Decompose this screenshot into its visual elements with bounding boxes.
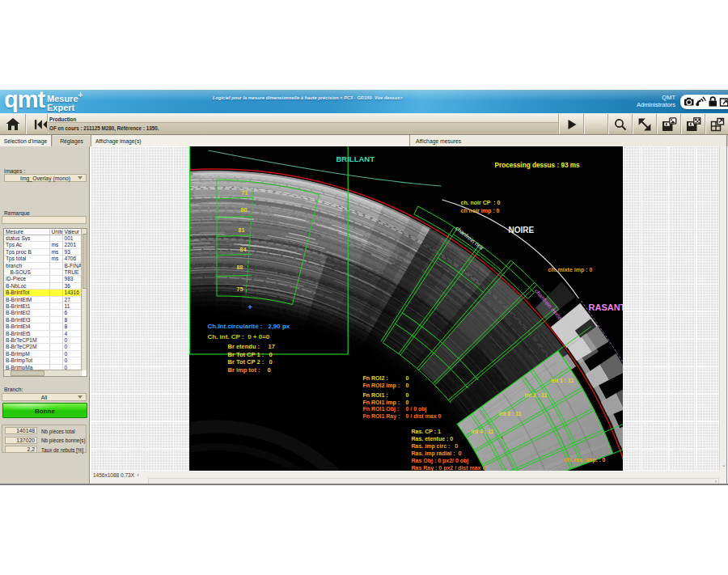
svg-text:Fn ROI1 Ray :: Fn ROI1 Ray : <box>362 413 400 420</box>
svg-text:Br etendu : 17: Br etendu : 17 <box>227 343 274 350</box>
svg-text:71: 71 <box>241 190 248 196</box>
svg-text:ch. noir CP : 0: ch. noir CP : 0 <box>460 200 500 205</box>
svg-text:0: 0 <box>405 400 408 405</box>
svg-text:Ch.Int.circularité : 2,90 px: Ch.Int.circularité : 2,90 px <box>207 323 290 330</box>
svg-text:Ras. imp circ : 0: Ras. imp circ : 0 <box>411 443 458 450</box>
svg-text:75: 75 <box>236 286 243 292</box>
svg-text:RASANT: RASANT <box>588 302 623 312</box>
svg-text:int 1 : 11: int 1 : 11 <box>551 378 574 383</box>
svg-text:Br Tot CP 1 : 0: Br Tot CP 1 : 0 <box>227 351 272 358</box>
svg-text:81: 81 <box>238 227 244 233</box>
svg-text:Fn ROI1 :: Fn ROI1 : <box>362 392 387 398</box>
svg-text:Ras Ray : 0 px2 / dist max 0: Ras Ray : 0 px2 / dist max 0 <box>411 465 485 471</box>
svg-text:ch. ras. imp. : 0: ch. ras. imp. : 0 <box>564 457 605 463</box>
svg-text:BRILLANT: BRILLANT <box>336 154 375 163</box>
svg-text:88: 88 <box>236 264 243 270</box>
svg-text:int 2 : 11: int 2 : 11 <box>524 392 547 398</box>
svg-text:Fn ROI1 imp :: Fn ROI1 imp : <box>362 400 400 406</box>
svg-text:80: 80 <box>240 207 247 213</box>
svg-text:ch. mixte imp : 0: ch. mixte imp : 0 <box>548 267 592 273</box>
svg-text:int 4 : 11: int 4 : 11 <box>471 429 493 434</box>
svg-text:int 3 : 11: int 3 : 11 <box>498 411 521 416</box>
svg-text:NOIRE: NOIRE <box>508 226 534 235</box>
svg-text:Ras. etentue : 0: Ras. etentue : 0 <box>411 436 453 442</box>
svg-text:Br Tot CP 2 : 0: Br Tot CP 2 : 0 <box>227 358 272 366</box>
svg-text:Ras. imp râdial : 0: Ras. imp râdial : 0 <box>411 450 461 457</box>
svg-text:Ras Obj : 0 px2/ 0 obj: Ras Obj : 0 px2/ 0 obj <box>411 458 468 464</box>
svg-text:+: + <box>248 303 252 311</box>
svg-text:Br imp tot :: Br imp tot : <box>227 366 260 374</box>
svg-text:0 / 0 obj: 0 / 0 obj <box>405 406 426 412</box>
svg-text:84: 84 <box>239 247 246 252</box>
svg-text:Fn ROI2 :: Fn ROI2 : <box>362 375 387 381</box>
svg-text:ch noir imp : 0: ch noir imp : 0 <box>460 208 499 214</box>
svg-text:Fn ROI1 Obj :: Fn ROI1 Obj : <box>362 406 399 412</box>
svg-text:Processing dessus : 93 ms: Processing dessus : 93 ms <box>494 162 580 169</box>
svg-text:Fn ROI2 imp :: Fn ROI2 imp : <box>362 383 400 389</box>
svg-text:0 / dist max 0: 0 / dist max 0 <box>405 413 441 419</box>
svg-text:4: 4 <box>501 435 503 440</box>
svg-text:0: 0 <box>405 392 408 398</box>
svg-text:0: 0 <box>267 366 270 374</box>
svg-text:Ras. CP : 1: Ras. CP : 1 <box>411 429 441 434</box>
svg-text:0: 0 <box>405 375 408 381</box>
svg-text:0: 0 <box>405 383 408 388</box>
svg-text:Ch. int. CP : 0 + 0=0: Ch. int. CP : 0 + 0=0 <box>207 333 269 340</box>
